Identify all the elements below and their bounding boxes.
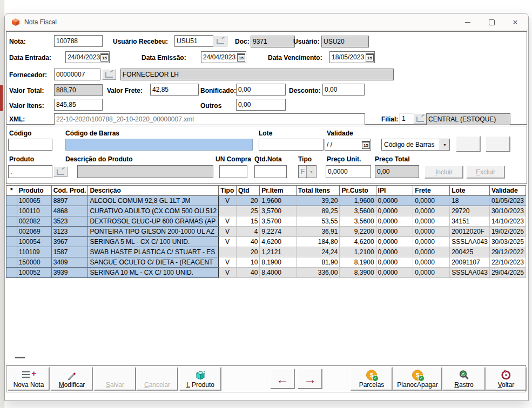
table-cell[interactable]: 39,20 [296,196,340,206]
table-cell[interactable]: 4,6200 [340,237,376,247]
table-cell[interactable]: 0,0000 [413,268,450,278]
table-cell[interactable]: 40 [237,268,260,278]
grid-hscroll-thumb[interactable] [15,357,25,358]
table-cell[interactable]: 14/10/2023 [489,216,526,227]
table-cell[interactable]: 100065 [17,196,51,206]
calendar-icon[interactable]: 15 [237,53,245,62]
previous-record-button[interactable]: ← [270,369,295,389]
table-cell[interactable] [219,206,237,216]
table-cell[interactable]: 53,55 [296,216,340,227]
row-indicator[interactable] [6,227,17,237]
data-emissao-input[interactable]: 24/04/2023 15 [201,51,246,63]
nota-input[interactable] [54,35,103,47]
table-cell[interactable]: 4868 [51,206,88,216]
voltar-button[interactable]: Voltar [486,367,527,391]
table-cell[interactable]: 0,0000 [376,227,413,237]
data-vencimento-input[interactable]: 18/05/2023 15 [329,51,375,63]
calendar-icon[interactable]: 15 [100,53,109,62]
table-cell[interactable]: 200425 [450,247,490,257]
table-cell[interactable]: 8,1900 [340,257,376,268]
table-cell[interactable]: SSSLAA043 [450,268,490,278]
table-cell[interactable]: 24,24 [296,247,340,257]
table-cell[interactable]: SWAB HASTE PLASTICA C/ STUART - ES [88,247,219,257]
qtd-nota-input[interactable] [254,165,287,178]
table-cell[interactable]: 20 [237,196,260,206]
table-cell[interactable]: 4 [237,227,260,237]
table-cell[interactable]: PONTEIRA TIPO GILSON 200-1000 UL AZ [88,227,219,237]
table-row[interactable]: 1000658897ALCOOL COMUM 92,8 GL 1LT JMV20… [6,196,526,206]
table-cell[interactable]: 3967 [51,237,88,247]
table-row[interactable]: 1000523939SERINGA 10 ML - CX C/ 100 UNID… [6,268,526,278]
valor-frete-input[interactable] [150,84,199,96]
row-indicator[interactable] [6,216,17,227]
desconto-input[interactable] [322,84,365,96]
table-cell[interactable]: 3,5700 [260,216,297,227]
titlebar[interactable]: Nota Fiscal ✕ [5,13,528,31]
table-cell[interactable]: 81,90 [296,257,340,268]
table-cell[interactable]: 34151 [450,216,490,227]
table-cell[interactable]: 100052 [17,268,51,278]
column-header[interactable]: Qtd [237,186,260,196]
filial-input[interactable] [400,113,414,125]
table-cell[interactable]: 3409 [51,257,88,268]
table-cell[interactable]: 0,0000 [376,206,413,216]
table-cell[interactable]: 0,0000 [413,216,450,227]
table-row[interactable]: 1001104868CURATIVO ADULTO (CX COM 500 OU… [6,206,526,216]
table-row[interactable]: 1000543967SERINGA 5 ML - CX C/ 100 UNID.… [6,237,526,247]
table-row[interactable]: 1500003409SANGUE OCULTO C/ DIETA - (REAG… [6,257,526,268]
table-cell[interactable]: 8,3900 [340,268,376,278]
table-cell[interactable]: 3939 [51,268,88,278]
table-cell[interactable]: 336,00 [296,268,340,278]
table-cell[interactable]: 0,0000 [376,257,413,268]
table-cell[interactable]: 8,1900 [260,257,297,268]
table-cell[interactable]: SANGUE OCULTO C/ DIETA - (REAGENT [88,257,219,268]
table-cell[interactable]: V [219,268,237,278]
table-cell[interactable]: 110109 [17,247,51,257]
produto-browse-button[interactable] [53,166,68,177]
table-cell[interactable]: 20012020F [450,227,490,237]
table-cell[interactable]: 3,5700 [260,206,297,216]
maximize-button[interactable] [480,14,503,30]
rastro-button[interactable]: Rastro [442,367,486,391]
parcelas-button[interactable]: $✓ Parcelas [351,367,393,391]
table-cell[interactable]: 25 [237,206,260,216]
table-cell[interactable]: 22/10/2023 [489,257,526,268]
lote-input[interactable] [259,139,324,151]
barcode-mode-select[interactable]: Código de Barras ▼ [381,139,450,151]
close-button[interactable]: ✕ [503,14,527,30]
table-cell[interactable]: 1,2121 [260,247,297,257]
column-header[interactable]: Tipo [219,186,237,196]
fornecedor-code-input[interactable] [54,69,100,80]
nova-nota-button[interactable]: + Nova Nota [8,367,50,391]
table-cell[interactable]: 0,0000 [376,247,413,257]
table-cell[interactable]: 0,0000 [413,227,450,237]
table-row[interactable]: 0020823523DEXTROSOL GLUC-UP 600 GRAMAS (… [6,216,526,227]
table-cell[interactable]: 8,4000 [260,268,297,278]
table-cell[interactable]: 01/05/2023 [489,196,526,206]
table-cell[interactable]: 15 [237,216,260,227]
un-compra-input[interactable] [219,165,247,178]
table-cell[interactable]: 29/04/2025 [489,268,526,278]
column-header[interactable]: Frete [413,186,450,196]
row-indicator[interactable] [6,268,17,278]
table-cell[interactable]: SERINGA 5 ML - CX C/ 100 UNID. [88,237,219,247]
row-indicator[interactable] [6,257,17,268]
row-indicator[interactable] [6,206,17,216]
i-produto-button[interactable]: I. Produto [179,367,221,391]
table-cell[interactable]: 40 [237,237,260,247]
table-cell[interactable]: 0,0000 [413,257,450,268]
table-cell[interactable]: 100110 [17,206,51,216]
outros-input[interactable] [236,99,286,111]
column-header[interactable]: IPI [376,186,413,196]
table-cell[interactable]: ALCOOL COMUM 92,8 GL 1LT JM [88,196,219,206]
table-row[interactable]: 1101091587SWAB HASTE PLASTICA C/ STUART … [6,247,526,257]
column-header[interactable]: Lote [450,186,490,196]
table-cell[interactable]: 0,0000 [376,237,413,247]
table-cell[interactable]: 0,0000 [376,196,413,206]
valor-itens-input[interactable] [54,99,103,111]
column-header[interactable]: Pr.Item [260,186,297,196]
table-cell[interactable]: 0,0000 [413,196,450,206]
table-cell[interactable]: 100054 [17,237,51,247]
table-cell[interactable]: 4,6200 [260,237,297,247]
column-header[interactable]: Validade [489,186,526,196]
